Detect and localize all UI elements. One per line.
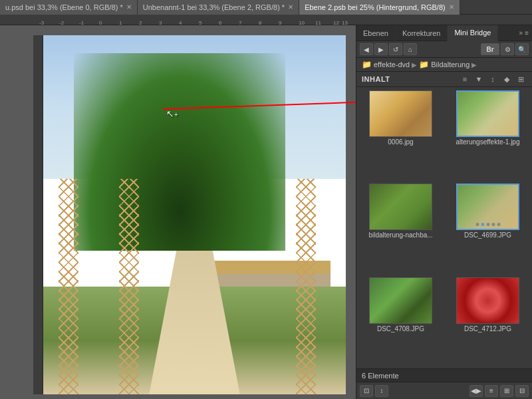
tab-3-close[interactable]: ✕ [449,3,454,11]
file-name: alterungseffekte-1.jpg [456,138,520,146]
dot [486,223,489,226]
icon: ◀▶ [471,387,481,394]
list-item[interactable]: 0006.jpg [360,90,442,178]
content-header: INHALT ≡ ▼ ↕ ◆ ⊞ [356,72,532,87]
dot [475,223,479,226]
thumbnail-dots [475,223,500,226]
tab-mini-bridge-label: Mini Bridge [454,29,491,37]
canvas-container[interactable]: ↖+ [43,35,346,394]
icon: ↕ [380,387,384,394]
tab-bar: u.psd bei 33,3% (Ebene 0, RGB/8) * ✕ Unb… [0,0,532,15]
back-icon: ◀ [364,46,369,53]
trellis-1 [59,179,78,394]
panel-tabs: Ebenen Korrekturen Mini Bridge » ≡ [356,25,532,41]
bridge-button[interactable]: Br [481,43,499,55]
dot [497,223,500,226]
file-thumbnail [369,90,432,137]
breadcrumb-chevron-1: ▶ [412,61,417,68]
ruler-horizontal: -3 -2 -1 0 1 2 3 4 5 6 7 8 9 10 11 12 13 [0,15,532,25]
home-icon: ⌂ [408,46,412,53]
tab-ebenen-label: Ebenen [363,29,388,37]
home-button[interactable]: ⌂ [404,43,417,55]
list-item[interactable]: bildalterung-nachba... [360,184,442,271]
bottom-tool-3[interactable]: ◀▶ [469,385,483,397]
breadcrumb-chevron-2: ▶ [471,61,477,68]
forward-icon: ▶ [378,46,384,53]
list-item[interactable]: DSC_4708.JPG [360,277,442,365]
tab-1[interactable]: u.psd bei 33,3% (Ebene 0, RGB/8) * ✕ [0,0,138,15]
element-count: 6 Elemente [362,372,399,380]
list-item[interactable]: DSC_4712.JPG [447,277,529,365]
trees-layer [74,53,286,251]
cursor-indicator: ↖+ [166,108,178,119]
panel-search-button[interactable]: 🔍 [515,43,529,55]
file-name: bildalterung-nachba... [368,231,432,239]
file-thumbnail-selected [456,90,519,137]
file-name: 0006.jpg [388,138,413,146]
content-title: INHALT [362,75,390,83]
refresh-button[interactable]: ↺ [389,43,402,55]
panel-menu-icon[interactable]: ≡ [525,29,529,37]
canvas-image: ↖+ [43,35,346,394]
file-thumbnail-selected [456,184,519,230]
tab-ebenen[interactable]: Ebenen [356,25,396,41]
icon: ⊟ [519,387,525,394]
dot [491,223,495,226]
breadcrumb-root[interactable]: effekte-dvd [374,61,410,68]
panel-status: 6 Elemente [356,368,532,382]
bottom-tool-6[interactable]: ⊟ [515,385,529,397]
tab-korrekturen-label: Korrekturen [402,29,440,37]
search-icon: 🔍 [518,46,526,53]
bottom-tool-1[interactable]: ⊡ [360,385,373,397]
more-tabs-icon[interactable]: » [519,29,523,37]
panel: Ebenen Korrekturen Mini Bridge » ≡ ◀ ▶ ↺ [356,25,532,399]
tab-2-close[interactable]: ✕ [288,3,293,11]
breadcrumb-child[interactable]: Bildalterung [431,61,469,68]
file-name: DSC_4708.JPG [377,325,424,332]
panel-bottom-toolbar: ⊡ ↕ ◀▶ ≡ ⊞ ⊟ [356,382,532,399]
bottom-tool-2[interactable]: ↕ [375,385,388,397]
panel-tab-overflow: » ≡ [516,29,532,37]
back-button[interactable]: ◀ [360,43,373,55]
icon: ⊡ [364,387,369,394]
list-item[interactable]: alterungseffekte-1.jpg [447,90,529,178]
refresh-icon: ↺ [393,46,398,53]
list-item[interactable]: DSC_4699.JPG [447,184,529,271]
icon: ≡ [489,387,493,394]
tab-korrekturen[interactable]: Korrekturen [396,25,448,41]
tab-3[interactable]: Ebene 2.psb bei 25% (Hintergrund, RGB/8)… [299,0,460,15]
tab-2[interactable]: Unbenannt-1 bei 33,3% (Ebene 2, RGB/8) *… [138,0,299,15]
content-header-tools: ≡ ▼ ↕ ◆ ⊞ [459,74,527,84]
panel-toolbar: ◀ ▶ ↺ ⌂ Br ⚙ 🔍 [356,41,532,58]
breadcrumb: 📁 effekte-dvd ▶ 📁 Bildalterung ▶ [356,58,532,72]
trellis-2 [119,179,139,394]
file-thumbnail [369,277,432,324]
settings-icon: ⚙ [505,46,511,53]
forward-button[interactable]: ▶ [374,43,388,55]
file-name: DSC_4712.JPG [464,325,511,332]
file-thumbnail [369,184,432,230]
canvas-area: ↖+ [0,25,356,399]
grid-icon[interactable]: ⊞ [515,74,527,84]
folder-icon: 📁 [362,60,372,69]
folder-icon-2: 📁 [419,60,429,69]
tab-3-label: Ebene 2.psb bei 25% (Hintergrund, RGB/8) [305,3,446,11]
file-grid: 0006.jpg alterungseffekte-1.jpg bildalte… [356,87,532,368]
rotate-icon[interactable]: ◆ [501,74,513,84]
panel-settings-button[interactable]: ⚙ [501,43,514,55]
file-name: DSC_4699.JPG [464,231,511,239]
dot-active [481,223,484,226]
bridge-label: Br [486,46,493,53]
filter-icon[interactable]: ▼ [473,74,485,84]
main-area: ↖+ Ebenen Korrekturen Mini Bridge » ≡ ◀ [0,25,532,399]
bottom-tool-5[interactable]: ⊞ [500,385,513,397]
tab-mini-bridge[interactable]: Mini Bridge [448,25,498,41]
tab-1-label: u.psd bei 33,3% (Ebene 0, RGB/8) * [5,3,123,11]
trellis-3 [296,179,316,394]
arrange-icon[interactable]: ↕ [487,74,499,84]
bottom-tool-4[interactable]: ≡ [485,385,498,397]
icon: ⊞ [504,387,509,394]
tab-1-close[interactable]: ✕ [126,3,132,11]
sort-icon[interactable]: ≡ [459,74,471,84]
file-thumbnail [456,277,519,324]
